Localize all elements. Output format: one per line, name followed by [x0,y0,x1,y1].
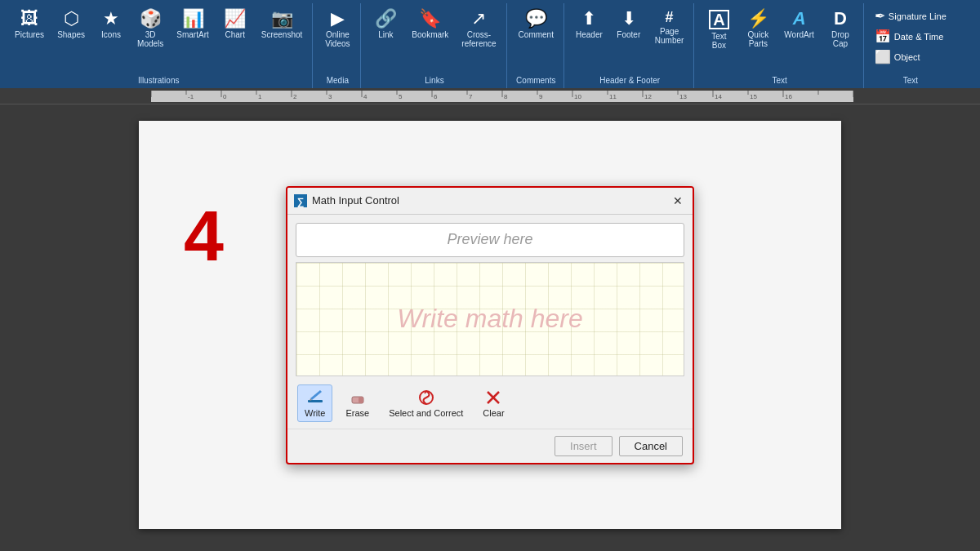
preview-text: Preview here [447,231,532,248]
comment-button[interactable]: 💬 Comment [514,7,559,42]
erase-tool-icon [349,389,367,407]
svg-text:14: 14 [715,93,722,100]
wordart-button[interactable]: A WordArt [779,7,819,42]
svg-text:16: 16 [785,93,792,100]
text-box-icon: A [709,10,728,29]
ribbon: 🖼 Pictures ⬡ Shapes ★ Icons 🎲 3D Models … [0,0,980,88]
drop-cap-button[interactable]: D Drop Cap [822,7,858,51]
text-right-label: Text [903,73,918,88]
write-tool-icon [306,389,324,407]
text-box-button[interactable]: A Text Box [701,7,737,53]
ribbon-group-comments: 💬 Comment Comments [509,3,564,88]
dialog-titlebar: ∑ Math Input Control ✕ [287,188,693,215]
quick-parts-icon: ⚡ [747,10,769,28]
ribbon-group-links: 🔗 Link 🔖 Bookmark ↗ Cross- reference Lin… [363,3,506,88]
insert-button[interactable]: Insert [555,436,612,456]
svg-marker-42 [310,390,322,400]
ribbon-group-text: A Text Box ⚡ Quick Parts A WordArt D Dro… [696,3,864,88]
icons-button[interactable]: ★ Icons [93,7,129,42]
drop-cap-icon: D [834,10,847,28]
page: 4 ∑ Math Input Control ✕ Pr [139,121,841,529]
dialog-actions: Insert Cancel [287,429,693,463]
svg-text:∑: ∑ [297,196,305,207]
text-label: Text [772,73,786,88]
svg-text:13: 13 [679,93,687,100]
media-label: Media [327,73,349,88]
select-correct-icon [417,389,435,407]
header-button[interactable]: ⬆ Header [571,7,608,42]
svg-text:6: 6 [434,93,438,100]
document-area: 4 ∑ Math Input Control ✕ Pr [0,104,980,551]
write-tool-button[interactable]: Write [297,384,332,422]
screenshot-button[interactable]: 📷 Screenshot [256,7,308,42]
signature-line-icon: ✒ [875,8,885,24]
svg-text:8: 8 [504,93,508,100]
footer-button[interactable]: ⬇ Footer [611,7,647,42]
online-videos-button[interactable]: ▶ Online Videos [319,7,355,51]
quick-parts-button[interactable]: ⚡ Quick Parts [740,7,776,51]
bookmark-icon: 🔖 [419,10,441,28]
date-time-button[interactable]: 📅 Date & Time [871,27,948,46]
online-videos-icon: ▶ [331,10,345,28]
dialog-close-button[interactable]: ✕ [670,193,686,209]
svg-text:4: 4 [363,93,368,100]
3dmodels-icon: 🎲 [140,10,162,28]
preview-box: Preview here [296,223,684,257]
comment-icon: 💬 [525,10,547,28]
erase-tool-button[interactable]: Erase [339,385,376,421]
svg-text:5: 5 [399,93,403,100]
clear-tool-icon [484,389,502,407]
wordart-icon: A [793,10,806,28]
dialog-tools: Write Erase [287,376,693,429]
cancel-button[interactable]: Cancel [619,436,683,456]
svg-rect-45 [359,397,363,403]
dialog-title-left: ∑ Math Input Control [294,194,399,207]
dialog-title-text: Math Input Control [312,194,399,207]
svg-text:15: 15 [750,93,757,100]
bookmark-button[interactable]: 🔖 Bookmark [407,7,453,42]
signature-line-button[interactable]: ✒ Signature Line [871,7,951,25]
svg-text:0: 0 [223,93,227,100]
svg-text:1: 1 [258,93,262,100]
object-button[interactable]: ⬜ Object [871,47,924,66]
object-icon: ⬜ [875,49,891,64]
clear-tool-button[interactable]: Clear [476,385,510,421]
select-correct-tool-button[interactable]: Select and Correct [382,385,470,421]
date-time-icon: 📅 [875,29,891,44]
page-number-button[interactable]: # Page Number [650,7,689,48]
math-icon: ∑ [294,194,307,207]
svg-text:12: 12 [644,93,652,100]
cross-reference-icon: ↗ [471,10,486,28]
ruler: // ruler ticks drawn via JS below -10123… [0,88,980,104]
chart-button[interactable]: 📈 Chart [217,7,253,42]
svg-text:-1: -1 [188,93,194,100]
ribbon-group-header-footer: ⬆ Header ⬇ Footer # Page Number Header &… [566,3,694,88]
header-footer-label: Header & Footer [599,73,660,88]
cross-reference-button[interactable]: ↗ Cross- reference [457,7,501,51]
comments-label: Comments [516,73,555,88]
link-icon: 🔗 [375,10,397,28]
ruler-scale: // ruler ticks drawn via JS below -10123… [151,91,853,102]
smartart-icon: 📊 [182,10,204,28]
links-label: Links [425,73,443,88]
dialog-overlay: ∑ Math Input Control ✕ Preview here Writ… [139,121,841,529]
ribbon-group-illustrations: 🖼 Pictures ⬡ Shapes ★ Icons 🎲 3D Models … [5,3,313,88]
write-area-grid [296,263,684,375]
3dmodels-button[interactable]: 🎲 3D Models [132,7,168,51]
write-area[interactable]: Write math here [296,262,684,376]
screenshot-icon: 📷 [271,10,293,28]
link-button[interactable]: 🔗 Link [368,7,403,42]
illustrations-label: Illustrations [138,73,180,88]
icons-icon: ★ [103,10,119,28]
svg-text:9: 9 [539,93,543,100]
page-number-icon: # [666,10,674,24]
header-icon: ⬆ [581,10,596,28]
shapes-button[interactable]: ⬡ Shapes [52,7,90,42]
smartart-button[interactable]: 📊 SmartArt [172,7,213,42]
ribbon-group-right: ✒ Signature Line 📅 Date & Time ⬜ Object … [866,3,956,88]
svg-text:11: 11 [609,93,617,100]
pictures-button[interactable]: 🖼 Pictures [10,7,49,42]
chart-icon: 📈 [224,10,246,28]
ribbon-group-media: ▶ Online Videos Media [314,3,361,88]
svg-text:2: 2 [293,93,297,100]
